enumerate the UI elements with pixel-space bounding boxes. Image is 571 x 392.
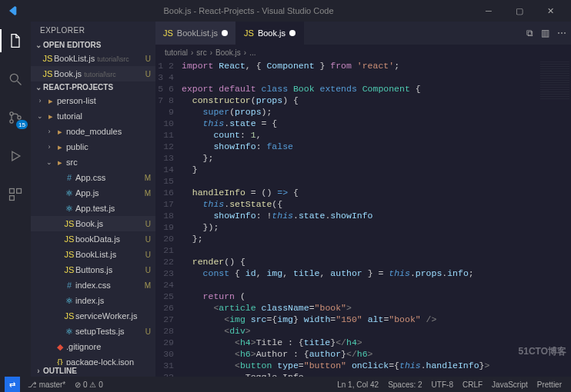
vcs-tag: U bbox=[145, 251, 155, 259]
indentation[interactable]: Spaces: 2 bbox=[383, 380, 426, 389]
source-control-icon[interactable]: 15 bbox=[0, 103, 31, 132]
vcs-tag: M bbox=[145, 174, 155, 182]
breadcrumb-item[interactable]: Book.js bbox=[215, 48, 241, 57]
folder-item[interactable]: ›▸public bbox=[31, 139, 155, 154]
open-editor-item[interactable]: JSBookList.js tutorial\srcU bbox=[31, 51, 155, 66]
js-icon: JS bbox=[42, 69, 54, 78]
explorer-icon[interactable] bbox=[0, 26, 31, 55]
folder-item[interactable]: ⌄▸tutorial bbox=[31, 108, 155, 124]
react-icon: ⚛ bbox=[63, 296, 75, 306]
chevron-right-icon: › bbox=[34, 367, 43, 375]
js-icon: JS bbox=[63, 311, 75, 321]
open-editors-label: OPEN EDITORS bbox=[43, 41, 101, 49]
code-content[interactable]: import React, { Component } from 'react'… bbox=[182, 60, 571, 377]
close-button[interactable]: ✕ bbox=[536, 0, 565, 22]
file-item[interactable]: #App.cssM bbox=[31, 170, 155, 185]
file-label: BookList.js tutorial\src bbox=[54, 54, 145, 63]
file-label: Buttons.js bbox=[75, 265, 145, 274]
js-icon: JS bbox=[63, 250, 75, 259]
breadcrumb-item[interactable]: src bbox=[196, 48, 206, 57]
split-icon[interactable]: ▥ bbox=[541, 28, 549, 38]
vcs-tag: M bbox=[145, 281, 155, 290]
folder-item[interactable]: ›▸node_modules bbox=[31, 124, 155, 139]
debug-icon[interactable] bbox=[0, 141, 31, 171]
language-mode[interactable]: JavaScript bbox=[487, 380, 533, 389]
branch-indicator[interactable]: ⎇ master* bbox=[23, 380, 70, 389]
breadcrumb-item[interactable]: ... bbox=[249, 48, 255, 57]
file-item[interactable]: ⚛App.jsM bbox=[31, 185, 155, 201]
folder-item[interactable]: ›▸person-list bbox=[31, 93, 155, 108]
react-icon: ⚛ bbox=[63, 327, 75, 337]
compare-icon[interactable]: ⧉ bbox=[526, 28, 533, 38]
outline-section[interactable]: › OUTLINE bbox=[31, 365, 155, 377]
activitybar: 15 bbox=[0, 22, 31, 377]
file-item[interactable]: JSserviceWorker.js bbox=[31, 308, 155, 324]
eol[interactable]: CRLF bbox=[458, 380, 487, 389]
file-item[interactable]: ◆.gitignore bbox=[31, 339, 155, 354]
file-label: bookData.js bbox=[75, 234, 145, 244]
file-item[interactable]: JSBook.jsU bbox=[31, 216, 155, 231]
file-item[interactable]: {}package-lock.json bbox=[31, 354, 155, 365]
file-item[interactable]: #index.cssM bbox=[31, 277, 155, 293]
outline-label: OUTLINE bbox=[43, 367, 77, 375]
statusbar: ⇄ ⎇ master* ⊘ 0 ⚠ 0 Ln 1, Col 42 Spaces:… bbox=[0, 377, 571, 392]
maximize-button[interactable]: ▢ bbox=[505, 0, 534, 22]
js-icon: JS bbox=[63, 219, 75, 228]
encoding[interactable]: UTF-8 bbox=[427, 380, 458, 389]
minimap[interactable] bbox=[540, 61, 569, 100]
svg-line-1 bbox=[18, 81, 22, 85]
file-label: Book.js tutorial\src bbox=[54, 69, 145, 78]
editor-tabs: JSBookList.jsJSBook.js⧉▥⋯ bbox=[155, 22, 571, 45]
scm-badge: 15 bbox=[16, 120, 28, 129]
file-label: package-lock.json bbox=[66, 357, 155, 365]
js-icon: JS bbox=[244, 28, 254, 38]
svg-point-4 bbox=[18, 116, 21, 119]
prettier-status[interactable]: Prettier bbox=[533, 380, 566, 389]
file-label: tutorial bbox=[57, 111, 155, 121]
remote-indicator[interactable]: ⇄ bbox=[5, 377, 20, 392]
folder-icon: ▸ bbox=[45, 96, 57, 106]
js-icon: JS bbox=[63, 234, 75, 244]
minimize-button[interactable]: ─ bbox=[474, 0, 503, 22]
chevron-icon: ⌄ bbox=[45, 158, 54, 166]
modified-dot-icon bbox=[289, 30, 296, 36]
chevron-down-icon: ⌄ bbox=[34, 41, 43, 49]
file-item[interactable]: ⚛App.test.js bbox=[31, 201, 155, 216]
editor-tab[interactable]: JSBook.js bbox=[236, 22, 304, 45]
vcs-tag: U bbox=[145, 327, 155, 336]
vcs-tag: U bbox=[145, 235, 155, 244]
project-section[interactable]: ⌄ REACT-PROJECTS bbox=[31, 81, 155, 93]
js-icon: JS bbox=[163, 28, 173, 38]
svg-rect-5 bbox=[10, 189, 15, 194]
breadcrumb-item[interactable]: tutorial bbox=[165, 48, 188, 57]
search-icon[interactable] bbox=[0, 65, 31, 94]
open-editors-section[interactable]: ⌄ OPEN EDITORS bbox=[31, 39, 155, 51]
file-label: serviceWorker.js bbox=[75, 311, 155, 321]
file-item[interactable]: JSButtons.jsU bbox=[31, 262, 155, 277]
breadcrumb[interactable]: tutorial›src›Book.js›... bbox=[155, 45, 571, 60]
vcs-tag: U bbox=[145, 55, 155, 63]
folder-item[interactable]: ⌄▸src bbox=[31, 154, 155, 170]
editor-tab[interactable]: JSBookList.js bbox=[155, 22, 236, 45]
extensions-icon[interactable] bbox=[0, 180, 31, 209]
svg-point-0 bbox=[10, 74, 18, 81]
code-editor[interactable]: 1 2 3 4 5 6 7 8 9 10 11 12 13 14 15 16 1… bbox=[155, 60, 571, 377]
more-icon[interactable]: ⋯ bbox=[557, 28, 566, 38]
file-item[interactable]: ⚛setupTests.jsU bbox=[31, 324, 155, 339]
file-item[interactable]: JSBookList.jsU bbox=[31, 247, 155, 262]
file-item[interactable]: JSbookData.jsU bbox=[31, 231, 155, 247]
chevron-icon: › bbox=[45, 143, 54, 151]
problems-indicator[interactable]: ⊘ 0 ⚠ 0 bbox=[70, 380, 107, 389]
file-label: index.css bbox=[75, 281, 145, 290]
file-label: person-list bbox=[57, 96, 155, 105]
open-editor-item[interactable]: JSBook.js tutorial\srcU bbox=[31, 66, 155, 81]
chevron-icon: ⌄ bbox=[35, 112, 45, 120]
chevron-icon: › bbox=[45, 128, 54, 135]
vcs-tag: U bbox=[145, 220, 155, 228]
folder-icon: ▸ bbox=[54, 158, 66, 168]
cursor-position[interactable]: Ln 1, Col 42 bbox=[332, 380, 383, 389]
tab-label: BookList.js bbox=[177, 28, 218, 38]
tab-label: Book.js bbox=[258, 28, 286, 38]
file-item[interactable]: ⚛index.js bbox=[31, 293, 155, 308]
folder-icon: ▸ bbox=[54, 127, 66, 137]
